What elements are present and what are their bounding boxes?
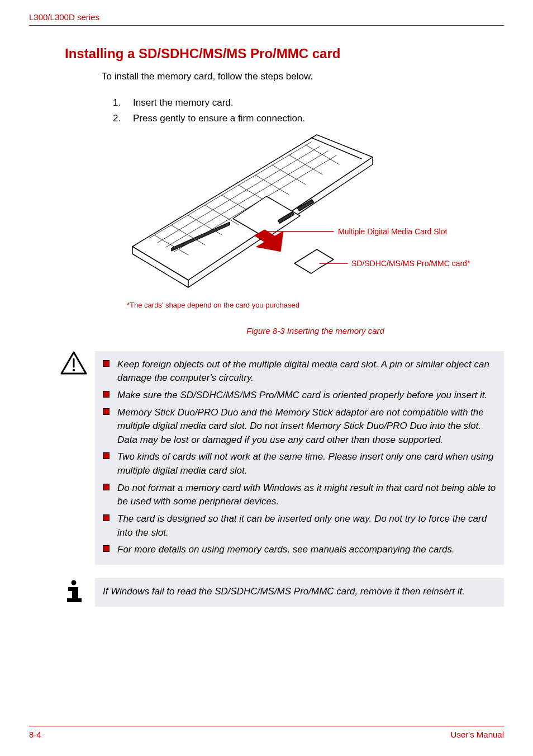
bullet-icon	[103, 514, 110, 521]
caution-text: For more details on using memory cards, …	[117, 543, 455, 557]
svg-rect-10	[67, 598, 82, 602]
caution-item: Keep foreign objects out of the multiple…	[103, 358, 496, 385]
caution-text: Memory Stick Duo/PRO Duo and the Memory …	[117, 406, 496, 447]
figure: Multiple Digital Media Card Slot SD/SDHC…	[127, 132, 504, 336]
page-footer: 8-4 User's Manual	[29, 726, 504, 739]
annotation-slot-label: Multiple Digital Media Card Slot	[338, 227, 447, 236]
step-number: 1.	[113, 95, 133, 111]
bullet-icon	[103, 408, 110, 415]
laptop-illustration: Multiple Digital Media Card Slot SD/SDHC…	[127, 132, 479, 289]
manual-label: User's Manual	[451, 730, 504, 739]
intro-paragraph: To install the memory card, follow the s…	[102, 69, 504, 84]
svg-point-6	[73, 368, 75, 371]
figure-footnote: *The cards' shape depend on the card you…	[127, 301, 504, 309]
bullet-icon	[103, 391, 110, 398]
caution-text: Keep foreign objects out of the multiple…	[117, 358, 496, 385]
caution-text: Do not format a memory card with Windows…	[117, 481, 496, 509]
caution-callout: Keep foreign objects out of the multiple…	[60, 351, 504, 565]
step-number: 2.	[113, 111, 133, 126]
section-heading: Installing a SD/SDHC/MS/MS Pro/MMC card	[65, 46, 504, 62]
svg-rect-9	[72, 587, 78, 599]
bullet-icon	[103, 452, 110, 459]
step-item: 2.Press gently to ensure a firm connecti…	[113, 111, 504, 126]
caution-text: Make sure the SD/SDHC/MS/MS Pro/MMC card…	[117, 389, 487, 403]
info-icon	[60, 578, 87, 606]
caution-item: The card is designed so that it can be i…	[103, 512, 496, 540]
figure-caption: Figure 8-3 Inserting the memory card	[127, 326, 504, 336]
caution-icon	[60, 351, 87, 377]
caution-item: Make sure the SD/SDHC/MS/MS Pro/MMC card…	[103, 389, 496, 403]
steps-list: 1.Insert the memory card. 2.Press gently…	[113, 95, 504, 126]
step-text: Press gently to ensure a firm connection…	[133, 111, 305, 126]
info-text: If Windows fail to read the SD/SDHC/MS/M…	[103, 585, 496, 599]
step-text: Insert the memory card.	[133, 95, 234, 111]
caution-item: Do not format a memory card with Windows…	[103, 481, 496, 509]
bullet-icon	[103, 545, 110, 552]
caution-item: Two kinds of cards will not work at the …	[103, 450, 496, 478]
header-rule	[29, 25, 504, 26]
step-item: 1.Insert the memory card.	[113, 95, 504, 111]
info-callout: If Windows fail to read the SD/SDHC/MS/M…	[60, 578, 504, 607]
footer-rule	[29, 726, 504, 726]
info-body: If Windows fail to read the SD/SDHC/MS/M…	[95, 578, 504, 607]
bullet-icon	[103, 484, 110, 490]
caution-body: Keep foreign objects out of the multiple…	[95, 351, 504, 565]
running-header: L300/L300D series	[29, 12, 504, 22]
caution-item: Memory Stick Duo/PRO Duo and the Memory …	[103, 406, 496, 447]
bullet-icon	[103, 360, 110, 367]
caution-item: For more details on using memory cards, …	[103, 543, 496, 557]
annotation-card-label: SD/SDHC/MS/MS Pro/MMC card*	[351, 259, 470, 268]
page-number: 8-4	[29, 730, 41, 739]
svg-point-7	[72, 580, 77, 585]
caution-text: Two kinds of cards will not work at the …	[117, 450, 496, 478]
caution-text: The card is designed so that it can be i…	[117, 512, 496, 540]
